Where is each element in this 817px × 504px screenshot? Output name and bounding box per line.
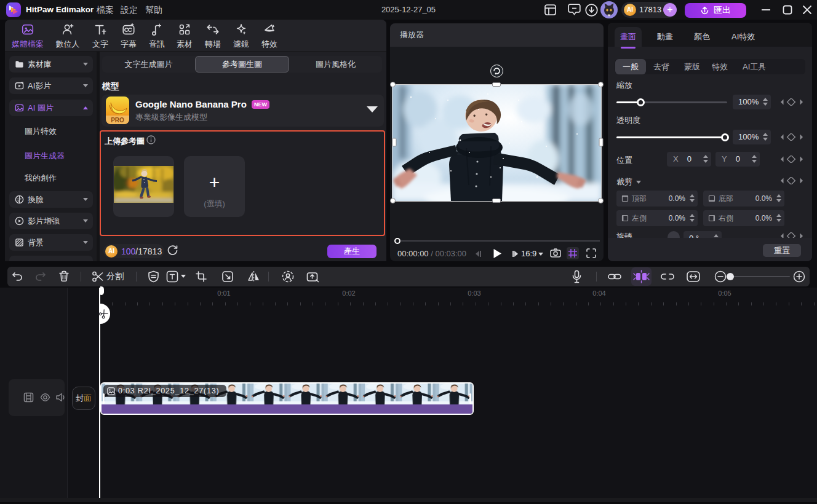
svg-text:PRO: PRO — [111, 117, 124, 124]
